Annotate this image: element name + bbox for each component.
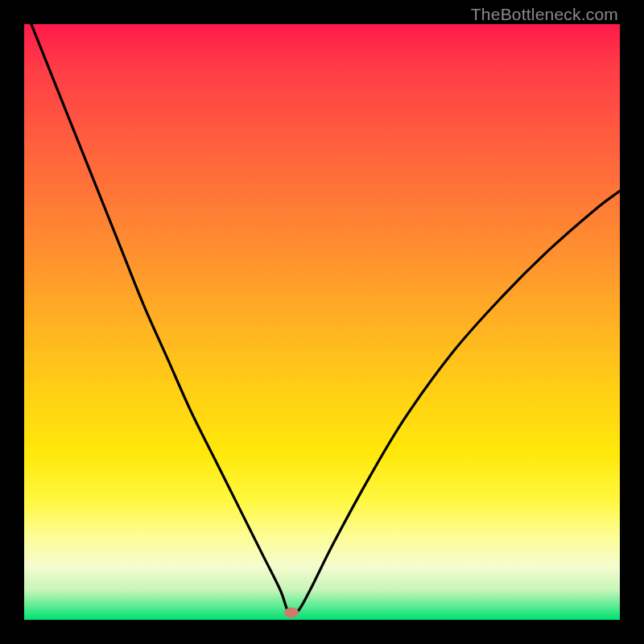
curve-layer [24, 24, 620, 620]
optimal-point-marker [284, 608, 299, 618]
chart-frame: TheBottleneck.com [0, 0, 644, 644]
plot-area [24, 24, 620, 620]
watermark-text: TheBottleneck.com [471, 5, 618, 24]
bottleneck-curve [24, 24, 620, 616]
